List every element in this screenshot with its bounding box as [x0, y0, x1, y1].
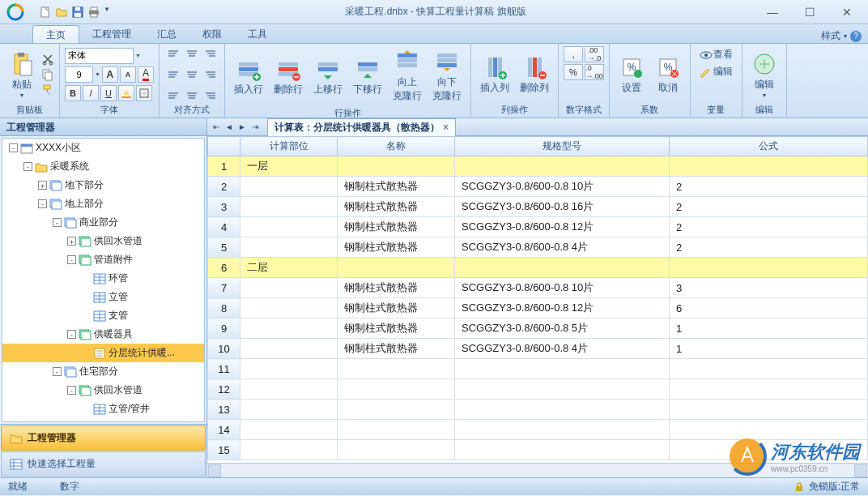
tab-permissions[interactable]: 权限: [189, 25, 235, 43]
table-row[interactable]: 8钢制柱式散热器SCGGZY3-0.8/600-0.8 12片6: [208, 298, 868, 319]
grid-cell[interactable]: 2: [670, 197, 868, 217]
align-top-right[interactable]: [202, 47, 219, 65]
grid-cell[interactable]: [240, 359, 338, 379]
insert-row-button[interactable]: 插入行: [230, 53, 267, 99]
row-number[interactable]: 5: [208, 237, 240, 258]
tree-node-14[interactable]: 立管/管井: [2, 400, 204, 418]
decrease-font-button[interactable]: A: [120, 66, 136, 83]
table-row[interactable]: 14: [208, 420, 868, 440]
grid-cell[interactable]: 一层: [240, 156, 338, 177]
table-row[interactable]: 15: [208, 440, 868, 460]
grid-cell[interactable]: [338, 400, 455, 420]
tree-node-10[interactable]: -供暖器具: [2, 325, 204, 344]
grid-cell[interactable]: [455, 400, 670, 420]
grid-cell[interactable]: 1: [670, 319, 868, 339]
help-icon[interactable]: ?: [850, 31, 862, 42]
minimize-button[interactable]: —: [761, 4, 784, 20]
tree-node-8[interactable]: 立管: [2, 288, 204, 306]
increase-font-button[interactable]: A: [102, 66, 118, 83]
column-header-1[interactable]: 名称: [338, 137, 455, 156]
italic-button[interactable]: I: [83, 85, 99, 101]
align-top-center[interactable]: [183, 47, 201, 65]
save-icon[interactable]: [71, 6, 84, 19]
paste-button[interactable]: 粘贴 ▼: [5, 49, 39, 100]
tab-tools[interactable]: 工具: [235, 25, 280, 43]
insert-col-button[interactable]: 插入列: [476, 52, 513, 97]
row-number[interactable]: 2: [208, 177, 240, 197]
grid-cell[interactable]: [240, 197, 338, 217]
copy-icon[interactable]: [41, 68, 54, 81]
grid-cell[interactable]: SCGGZY3-0.8/600-0.8 5片: [455, 319, 670, 339]
grid-cell[interactable]: SCGGZY3-0.8/600-0.8 10片: [455, 278, 670, 298]
grid-cell[interactable]: [455, 420, 670, 440]
grid-cell[interactable]: [338, 420, 455, 440]
row-number[interactable]: 6: [208, 258, 240, 278]
row-number[interactable]: 3: [208, 197, 240, 217]
maximize-button[interactable]: ☐: [798, 4, 821, 20]
grid-cell[interactable]: [670, 400, 868, 420]
grid-cell[interactable]: 钢制柱式散热器: [338, 278, 455, 298]
grid-cell[interactable]: [455, 258, 670, 278]
grid-corner[interactable]: [208, 137, 240, 156]
grid-cell[interactable]: 钢制柱式散热器: [338, 319, 455, 339]
grid-cell[interactable]: 钢制柱式散热器: [338, 298, 455, 319]
grid-cell[interactable]: [670, 440, 868, 460]
grid-cell[interactable]: [670, 420, 868, 440]
var-edit-button[interactable]: 编辑: [696, 63, 737, 80]
tree-node-0[interactable]: -XXXX小区: [2, 139, 204, 157]
grid-cell[interactable]: [338, 440, 455, 460]
quick-select-button[interactable]: 快速选择工程量: [1, 451, 206, 477]
table-row[interactable]: 11: [208, 359, 868, 379]
coeff-cancel-button[interactable]: %取消: [651, 52, 685, 97]
font-size-input[interactable]: [65, 66, 93, 83]
row-number[interactable]: 4: [208, 217, 240, 237]
grid-cell[interactable]: 2: [670, 237, 868, 258]
table-row[interactable]: 4钢制柱式散热器SCGGZY3-0.8/600-0.8 12片2: [208, 217, 868, 237]
grid-cell[interactable]: [455, 359, 670, 379]
movedown-row-button[interactable]: 下移行: [349, 53, 386, 99]
align-mid-right[interactable]: [202, 66, 219, 83]
sheet-nav-prev[interactable]: ◄: [223, 122, 235, 133]
clone-up-button[interactable]: 向上 克隆行: [389, 46, 426, 105]
var-view-button[interactable]: 查看: [696, 46, 737, 63]
table-row[interactable]: 12: [208, 379, 868, 400]
edit-button[interactable]: 编辑▼: [747, 49, 781, 100]
column-header-3[interactable]: 公式: [670, 137, 868, 156]
percent-button[interactable]: %: [564, 64, 583, 80]
cut-icon[interactable]: [41, 53, 54, 66]
tree-node-1[interactable]: -采暖系统: [2, 157, 204, 176]
row-number[interactable]: 7: [208, 278, 240, 298]
grid-cell[interactable]: [240, 379, 338, 400]
grid-cell[interactable]: [670, 258, 868, 278]
grid-cell[interactable]: SCGGZY3-0.8/600-0.8 12片: [455, 217, 670, 237]
row-number[interactable]: 1: [208, 156, 240, 177]
grid-cell[interactable]: [240, 237, 338, 258]
grid-cell[interactable]: [670, 359, 868, 379]
tab-home[interactable]: 主页: [32, 25, 79, 43]
print-icon[interactable]: [87, 6, 100, 19]
row-number[interactable]: 14: [208, 420, 240, 440]
column-header-0[interactable]: 计算部位: [240, 137, 338, 156]
row-number[interactable]: 12: [208, 379, 240, 400]
decimal-inc-button[interactable]: .00→.0: [585, 46, 604, 62]
border-button[interactable]: [136, 85, 152, 101]
sheet-nav-first[interactable]: ⇤: [211, 122, 222, 133]
tree-toggle-icon[interactable]: +: [67, 237, 76, 246]
grid-cell[interactable]: [338, 379, 455, 400]
qat-dropdown-icon[interactable]: ▼: [104, 6, 110, 19]
grid-cell[interactable]: 2: [670, 217, 868, 237]
table-row[interactable]: 6二层: [208, 258, 868, 278]
open-icon[interactable]: [55, 6, 68, 19]
grid-cell[interactable]: [240, 278, 338, 298]
decimal-dec-button[interactable]: .0→.00: [585, 64, 604, 80]
coeff-set-button[interactable]: %设置: [615, 52, 649, 97]
grid-cell[interactable]: [455, 156, 670, 177]
tree-node-2[interactable]: +地下部分: [2, 176, 204, 195]
row-number[interactable]: 11: [208, 359, 240, 379]
grid-cell[interactable]: 2: [670, 177, 868, 197]
tree-toggle-icon[interactable]: -: [67, 330, 76, 339]
grid-cell[interactable]: 钢制柱式散热器: [338, 339, 455, 359]
tab-summary[interactable]: 汇总: [144, 25, 189, 43]
align-mid-center[interactable]: [183, 66, 201, 83]
tree-node-11[interactable]: 分层统计供暖...: [2, 344, 204, 362]
